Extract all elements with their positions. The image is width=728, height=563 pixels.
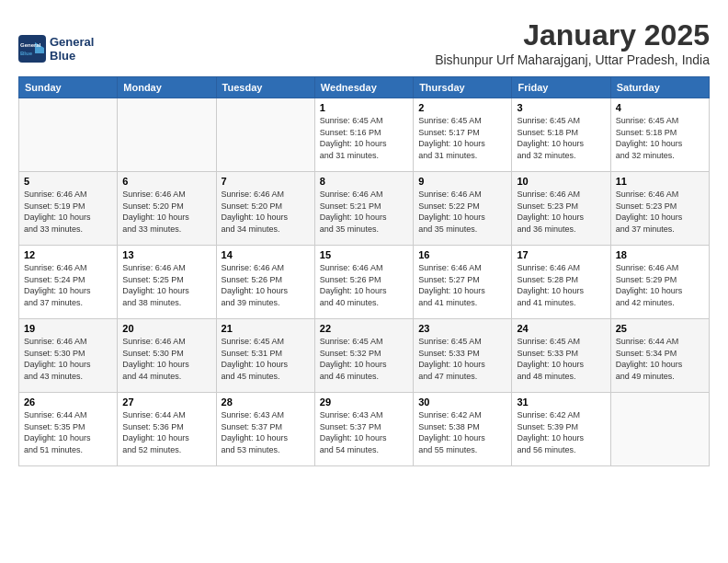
day-cell: 12Sunrise: 6:46 AM Sunset: 5:24 PM Dayli…	[19, 246, 118, 319]
day-number: 23	[418, 323, 506, 334]
day-detail: Sunrise: 6:46 AM Sunset: 5:29 PM Dayligh…	[616, 262, 704, 308]
day-detail: Sunrise: 6:44 AM Sunset: 5:36 PM Dayligh…	[122, 409, 210, 455]
logo-icon: General Blue	[18, 35, 46, 63]
day-detail: Sunrise: 6:45 AM Sunset: 5:18 PM Dayligh…	[616, 115, 704, 161]
day-detail: Sunrise: 6:46 AM Sunset: 5:19 PM Dayligh…	[24, 189, 112, 235]
day-detail: Sunrise: 6:46 AM Sunset: 5:30 PM Dayligh…	[122, 336, 210, 382]
day-number: 5	[24, 176, 112, 187]
day-detail: Sunrise: 6:45 AM Sunset: 5:17 PM Dayligh…	[418, 115, 506, 161]
day-detail: Sunrise: 6:45 AM Sunset: 5:32 PM Dayligh…	[320, 336, 408, 382]
day-cell: 13Sunrise: 6:46 AM Sunset: 5:25 PM Dayli…	[118, 246, 216, 319]
day-number: 1	[320, 102, 408, 113]
day-cell: 26Sunrise: 6:44 AM Sunset: 5:35 PM Dayli…	[19, 393, 118, 466]
day-detail: Sunrise: 6:46 AM Sunset: 5:20 PM Dayligh…	[222, 189, 310, 235]
day-cell: 17Sunrise: 6:46 AM Sunset: 5:28 PM Dayli…	[512, 246, 610, 319]
day-number: 7	[222, 176, 310, 187]
day-detail: Sunrise: 6:43 AM Sunset: 5:37 PM Dayligh…	[222, 409, 310, 455]
day-number: 16	[418, 249, 506, 260]
day-cell	[118, 98, 216, 172]
day-cell: 28Sunrise: 6:43 AM Sunset: 5:37 PM Dayli…	[216, 393, 314, 466]
day-detail: Sunrise: 6:42 AM Sunset: 5:39 PM Dayligh…	[517, 409, 605, 455]
day-detail: Sunrise: 6:46 AM Sunset: 5:25 PM Dayligh…	[122, 262, 210, 308]
day-detail: Sunrise: 6:46 AM Sunset: 5:22 PM Dayligh…	[418, 189, 506, 235]
week-row-5: 26Sunrise: 6:44 AM Sunset: 5:35 PM Dayli…	[19, 393, 710, 466]
header-sunday: Sunday	[19, 77, 118, 98]
logo: General Blue General Blue	[18, 35, 94, 63]
logo-line1: General	[50, 35, 94, 50]
calendar-title: January 2025	[435, 18, 710, 52]
day-detail: Sunrise: 6:45 AM Sunset: 5:33 PM Dayligh…	[418, 336, 506, 382]
week-row-1: 1Sunrise: 6:45 AM Sunset: 5:16 PM Daylig…	[19, 98, 710, 172]
header-friday: Friday	[512, 77, 610, 98]
day-detail: Sunrise: 6:44 AM Sunset: 5:34 PM Dayligh…	[616, 336, 704, 382]
header-wednesday: Wednesday	[314, 77, 413, 98]
day-cell: 30Sunrise: 6:42 AM Sunset: 5:38 PM Dayli…	[414, 393, 512, 466]
day-detail: Sunrise: 6:42 AM Sunset: 5:38 PM Dayligh…	[418, 409, 506, 455]
svg-marker-2	[35, 48, 44, 53]
day-detail: Sunrise: 6:45 AM Sunset: 5:18 PM Dayligh…	[517, 115, 605, 161]
day-number: 15	[320, 249, 408, 260]
day-number: 8	[320, 176, 408, 187]
day-cell: 27Sunrise: 6:44 AM Sunset: 5:36 PM Dayli…	[118, 393, 216, 466]
day-cell: 16Sunrise: 6:46 AM Sunset: 5:27 PM Dayli…	[414, 246, 512, 319]
day-cell: 14Sunrise: 6:46 AM Sunset: 5:26 PM Dayli…	[216, 246, 314, 319]
day-detail: Sunrise: 6:43 AM Sunset: 5:37 PM Dayligh…	[320, 409, 408, 455]
day-cell	[19, 98, 118, 172]
day-detail: Sunrise: 6:46 AM Sunset: 5:21 PM Dayligh…	[320, 189, 408, 235]
day-detail: Sunrise: 6:46 AM Sunset: 5:26 PM Dayligh…	[320, 262, 408, 308]
day-cell	[610, 393, 709, 466]
week-row-3: 12Sunrise: 6:46 AM Sunset: 5:24 PM Dayli…	[19, 246, 710, 319]
header-saturday: Saturday	[610, 77, 709, 98]
day-detail: Sunrise: 6:46 AM Sunset: 5:23 PM Dayligh…	[517, 189, 605, 235]
day-detail: Sunrise: 6:45 AM Sunset: 5:16 PM Dayligh…	[320, 115, 408, 161]
day-detail: Sunrise: 6:45 AM Sunset: 5:33 PM Dayligh…	[517, 336, 605, 382]
day-number: 26	[24, 396, 112, 408]
day-cell: 8Sunrise: 6:46 AM Sunset: 5:21 PM Daylig…	[314, 172, 413, 246]
day-cell: 31Sunrise: 6:42 AM Sunset: 5:39 PM Dayli…	[512, 393, 610, 466]
day-number: 27	[122, 396, 210, 408]
day-number: 12	[24, 249, 112, 260]
title-section: January 2025 Bishunpur Urf Maharajganj, …	[435, 18, 710, 67]
week-row-2: 5Sunrise: 6:46 AM Sunset: 5:19 PM Daylig…	[19, 172, 710, 246]
day-cell: 6Sunrise: 6:46 AM Sunset: 5:20 PM Daylig…	[118, 172, 216, 246]
day-cell: 21Sunrise: 6:45 AM Sunset: 5:31 PM Dayli…	[216, 319, 314, 393]
day-number: 25	[616, 323, 704, 334]
day-detail: Sunrise: 6:46 AM Sunset: 5:24 PM Dayligh…	[24, 262, 112, 308]
day-number: 4	[616, 102, 704, 113]
day-number: 31	[517, 396, 605, 408]
day-number: 21	[222, 323, 310, 334]
day-detail: Sunrise: 6:45 AM Sunset: 5:31 PM Dayligh…	[222, 336, 310, 382]
day-cell: 9Sunrise: 6:46 AM Sunset: 5:22 PM Daylig…	[414, 172, 512, 246]
day-cell: 15Sunrise: 6:46 AM Sunset: 5:26 PM Dayli…	[314, 246, 413, 319]
day-number: 6	[122, 176, 210, 187]
day-detail: Sunrise: 6:46 AM Sunset: 5:26 PM Dayligh…	[222, 262, 310, 308]
header-thursday: Thursday	[414, 77, 512, 98]
day-number: 19	[24, 323, 112, 334]
day-number: 11	[616, 176, 704, 187]
day-cell: 24Sunrise: 6:45 AM Sunset: 5:33 PM Dayli…	[512, 319, 610, 393]
day-detail: Sunrise: 6:46 AM Sunset: 5:20 PM Dayligh…	[122, 189, 210, 235]
calendar-subtitle: Bishunpur Urf Maharajganj, Uttar Pradesh…	[435, 52, 710, 67]
day-number: 18	[616, 249, 704, 260]
day-number: 2	[418, 102, 506, 113]
day-detail: Sunrise: 6:44 AM Sunset: 5:35 PM Dayligh…	[24, 409, 112, 455]
day-number: 28	[222, 396, 310, 408]
day-number: 22	[320, 323, 408, 334]
logo-line2: Blue	[50, 49, 94, 63]
svg-text:General: General	[20, 42, 41, 48]
day-number: 20	[122, 323, 210, 334]
day-cell: 11Sunrise: 6:46 AM Sunset: 5:23 PM Dayli…	[610, 172, 709, 246]
day-number: 24	[517, 323, 605, 334]
day-number: 29	[320, 396, 408, 408]
day-number: 14	[222, 249, 310, 260]
day-cell: 18Sunrise: 6:46 AM Sunset: 5:29 PM Dayli…	[610, 246, 709, 319]
week-row-4: 19Sunrise: 6:46 AM Sunset: 5:30 PM Dayli…	[19, 319, 710, 393]
day-number: 13	[122, 249, 210, 260]
calendar-table: SundayMondayTuesdayWednesdayThursdayFrid…	[18, 76, 710, 466]
header-monday: Monday	[118, 77, 216, 98]
day-detail: Sunrise: 6:46 AM Sunset: 5:30 PM Dayligh…	[24, 336, 112, 382]
day-cell: 23Sunrise: 6:45 AM Sunset: 5:33 PM Dayli…	[414, 319, 512, 393]
header-row: SundayMondayTuesdayWednesdayThursdayFrid…	[19, 77, 710, 98]
day-cell: 5Sunrise: 6:46 AM Sunset: 5:19 PM Daylig…	[19, 172, 118, 246]
day-cell: 20Sunrise: 6:46 AM Sunset: 5:30 PM Dayli…	[118, 319, 216, 393]
